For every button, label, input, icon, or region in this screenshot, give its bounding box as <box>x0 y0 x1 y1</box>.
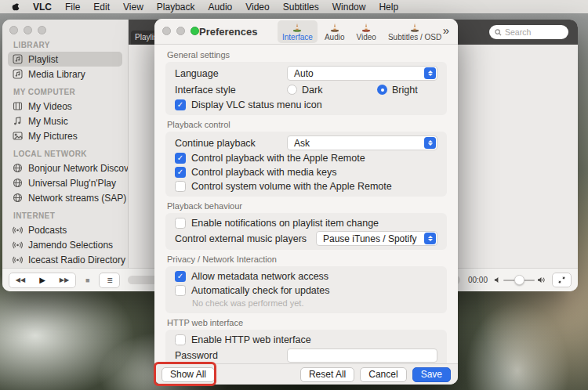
checkbox-checked-icon: ✓ <box>175 153 186 164</box>
sidebar-item-icecast[interactable]: Icecast Radio Directory <box>8 252 122 267</box>
fullscreen-button[interactable] <box>552 273 572 287</box>
stepper-icon <box>424 233 436 244</box>
rewind-button[interactable]: ◀◀ <box>9 273 31 287</box>
sidebar: LIBRARY Playlist Media Library MY COMPUT… <box>2 20 129 268</box>
sidebar-section-internet: INTERNET <box>13 211 128 220</box>
play-button[interactable]: ▶ <box>31 273 53 287</box>
apple-icon[interactable] <box>10 2 20 12</box>
menu-item-subtitles[interactable]: Subtitles <box>283 2 319 13</box>
minimize-button[interactable] <box>176 27 185 35</box>
menu-item-vlc[interactable]: VLC <box>33 2 52 13</box>
playback-behaviour-card: Enable notifications on playlist item ch… <box>165 213 447 250</box>
tab-interface[interactable]: Interface <box>278 20 318 43</box>
playlist-toggle-button[interactable]: ≡ <box>99 273 120 288</box>
checkbox-system-volume[interactable]: Control system volume with the Apple Rem… <box>175 179 437 193</box>
sidebar-item-podcasts[interactable]: Podcasts <box>8 222 122 237</box>
external-players-select[interactable]: Pause iTunes / Spotify <box>316 231 437 246</box>
sidebar-item-jamendo[interactable]: Jamendo Selections <box>8 237 122 252</box>
preferences-titlebar: Preferences Interface Audio Video Subtit… <box>154 19 458 45</box>
more-tabs-chevron[interactable]: » <box>443 23 449 37</box>
zoom-button[interactable] <box>38 26 46 34</box>
sidebar-item-label: My Pictures <box>28 131 78 142</box>
close-button[interactable] <box>9 26 18 34</box>
checkbox-media-keys[interactable]: ✓ Control playback with media keys <box>175 165 437 179</box>
search-icon <box>495 29 502 36</box>
external-players-value: Pause iTunes / Spotify <box>323 233 417 244</box>
sidebar-item-label: Jamendo Selections <box>28 240 113 251</box>
checkbox-check-updates[interactable]: Automatically check for updates <box>175 283 437 298</box>
sidebar-item-network-streams[interactable]: Network streams (SAP) <box>8 190 122 205</box>
language-label: Language <box>175 68 287 79</box>
checkbox-label: Automatically check for updates <box>191 285 329 296</box>
preferences-tabs: Interface Audio Video Subtitles / OSD <box>278 20 446 43</box>
sidebar-item-my-music[interactable]: My Music <box>8 114 122 128</box>
sidebar-item-my-pictures[interactable]: My Pictures <box>8 128 122 143</box>
update-check-note: No check was performed yet. <box>192 298 437 309</box>
volume-mute-icon[interactable] <box>494 276 501 283</box>
checkbox-label: Display VLC status menu icon <box>191 99 322 110</box>
sidebar-item-upnp[interactable]: Universal Plug'n'Play <box>8 175 122 190</box>
menu-item-video[interactable]: Video <box>245 2 269 13</box>
section-privacy: Privacy / Network Interaction <box>167 255 445 264</box>
close-button[interactable] <box>162 27 171 35</box>
reset-all-button[interactable]: Reset All <box>300 367 354 382</box>
menu-item-audio[interactable]: Audio <box>209 2 233 13</box>
playlist-tab[interactable]: Playlist <box>131 31 157 45</box>
section-general-settings: General settings <box>167 50 445 60</box>
cancel-button[interactable]: Cancel <box>360 367 406 382</box>
tab-audio[interactable]: Audio <box>320 20 350 43</box>
radio-icon <box>377 85 387 95</box>
menu-item-edit[interactable]: Edit <box>93 2 110 13</box>
privacy-card: ✓ Allow metadata network access Automati… <box>165 266 447 313</box>
checkbox-unchecked-icon <box>175 285 186 296</box>
tab-label: Interface <box>282 33 313 42</box>
checkbox-status-menu-icon[interactable]: ✓ Display VLC status menu icon <box>175 98 437 112</box>
menu-item-help[interactable]: Help <box>379 2 398 13</box>
menu-item-window[interactable]: Window <box>332 2 366 13</box>
sidebar-item-my-videos[interactable]: My Videos <box>8 99 122 114</box>
checkbox-notifications[interactable]: Enable notifications on playlist item ch… <box>175 216 437 230</box>
forward-button[interactable]: ▶▶ <box>53 273 75 287</box>
broadcast-icon <box>13 255 23 265</box>
checkbox-checked-icon: ✓ <box>175 99 186 110</box>
sidebar-section-local-network: LOCAL NETWORK <box>13 150 128 158</box>
continue-playback-select[interactable]: Ask <box>287 135 437 150</box>
media-library-icon <box>13 69 23 79</box>
menu-item-view[interactable]: View <box>123 2 143 13</box>
language-select[interactable]: Auto <box>287 66 437 81</box>
checkbox-label: Allow metadata network access <box>191 271 328 282</box>
sidebar-item-playlist[interactable]: Playlist <box>8 52 122 67</box>
checkbox-metadata-access[interactable]: ✓ Allow metadata network access <box>175 269 437 283</box>
volume-max-icon[interactable] <box>537 276 546 283</box>
language-value: Auto <box>294 68 314 79</box>
volume-slider[interactable] <box>503 280 535 281</box>
save-button[interactable]: Save <box>412 367 451 382</box>
external-players-label: Control external music players <box>175 233 316 244</box>
radio-bright[interactable]: Bright <box>377 85 418 96</box>
sidebar-item-label: Network streams (SAP) <box>28 193 126 204</box>
preferences-content: General settings Language Auto Interface… <box>154 45 458 363</box>
radio-label: Dark <box>302 85 322 96</box>
menu-item-playback[interactable]: Playback <box>157 2 195 13</box>
stop-button[interactable]: ■ <box>85 276 89 284</box>
sidebar-item-bonjour[interactable]: Bonjour Network Discovery <box>8 161 122 175</box>
checkbox-apple-remote[interactable]: ✓ Control playback with the Apple Remote <box>175 151 437 165</box>
menu-item-file[interactable]: File <box>65 2 80 13</box>
search-input[interactable] <box>505 27 560 37</box>
password-field[interactable] <box>287 348 437 363</box>
sidebar-item-media-library[interactable]: Media Library <box>8 67 122 81</box>
globe-icon <box>13 193 23 203</box>
tab-subtitles-osd[interactable]: Subtitles / OSD <box>383 20 446 43</box>
radio-label: Bright <box>392 85 418 96</box>
tab-video[interactable]: Video <box>352 20 381 43</box>
section-playback-behaviour: Playback behaviour <box>167 201 445 211</box>
zoom-button[interactable] <box>191 27 199 35</box>
video-icon <box>13 101 23 111</box>
radio-dark[interactable]: Dark <box>287 85 377 96</box>
sidebar-item-label: My Videos <box>28 101 72 112</box>
dialog-window-controls <box>162 27 199 35</box>
volume-knob[interactable] <box>514 275 524 285</box>
section-playback-control: Playback control <box>167 120 445 129</box>
checkbox-http-interface[interactable]: Enable HTTP web interface <box>175 333 437 347</box>
minimize-button[interactable] <box>24 26 32 34</box>
